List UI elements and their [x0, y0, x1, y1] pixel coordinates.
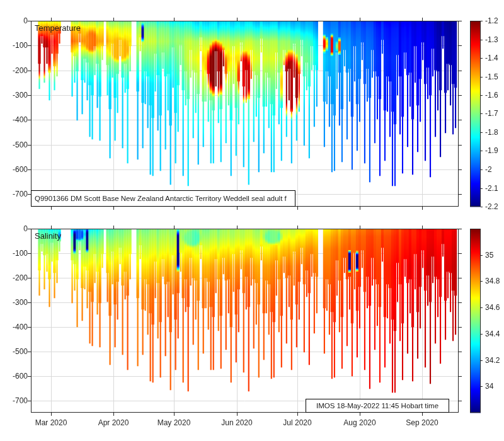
- figure: Temperature Salinity Q9901366 DM Scott B…: [0, 0, 504, 441]
- temperature-panel: [31, 21, 459, 207]
- salinity-panel: [31, 229, 459, 413]
- deployment-annotation-text: Q9901366 DM Scott Base New Zealand Antar…: [35, 195, 287, 202]
- deployment-annotation-box: Q9901366 DM Scott Base New Zealand Antar…: [31, 190, 295, 207]
- timestamp-annotation-text: IMOS 18-May-2022 11:45 Hobart time: [316, 402, 438, 410]
- salinity-panel-title: Salinity: [35, 231, 61, 241]
- timestamp-annotation-box: IMOS 18-May-2022 11:45 Hobart time: [306, 399, 449, 413]
- temperature-panel-title: Temperature: [35, 23, 81, 33]
